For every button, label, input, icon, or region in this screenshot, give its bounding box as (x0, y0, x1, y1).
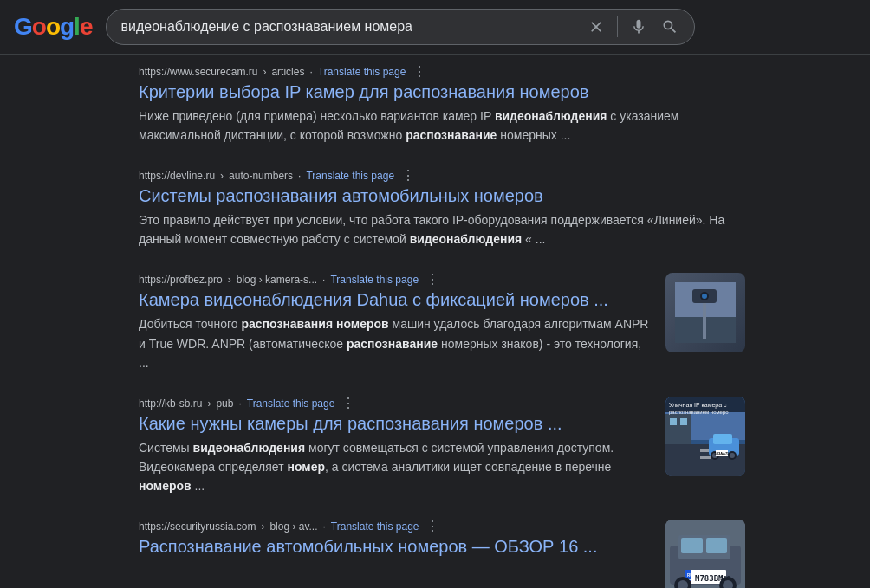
header: Google (0, 0, 870, 55)
result-desc-4: Системы видеонаблюдения могут совмещатьс… (139, 438, 652, 495)
separator-5: · (323, 520, 326, 533)
search-icon (661, 18, 678, 36)
close-icon (588, 18, 605, 36)
result-title-2[interactable]: Системы распознавания автомобильных номе… (139, 184, 745, 207)
translate-link-2[interactable]: Translate this page (306, 170, 394, 182)
result-image-4[interactable]: 533AA75 Уличная IP камера с распознавани… (665, 397, 745, 476)
result-url-line-2: https://devline.ru › auto-numbers · Tran… (139, 169, 745, 183)
result-url-5: https://securityrussia.com (139, 520, 256, 533)
separator-3: · (322, 274, 325, 286)
svg-rect-14 (700, 456, 711, 459)
dot-5: › (261, 520, 264, 533)
google-logo: Google (14, 13, 92, 41)
result-url-line-5: https://securityrussia.com › blog › av..… (139, 520, 652, 533)
result-desc-2: Это правило действует при условии, что р… (139, 210, 745, 249)
search-results: https://www.securecam.ru › articles · Tr… (0, 55, 745, 588)
result-item: https://securityrussia.com › blog › av..… (139, 520, 745, 588)
search-divider (617, 16, 618, 37)
result-url-2: https://devline.ru (139, 170, 215, 182)
translate-link-5[interactable]: Translate this page (331, 520, 419, 533)
dot-3: › (228, 274, 231, 286)
svg-rect-11 (680, 418, 687, 425)
svg-text:Уличная IP камера с: Уличная IP камера с (669, 402, 727, 409)
result-image-5[interactable]: RU 🇷🇺 М783ВМ 150 (665, 520, 745, 588)
dot-4: › (207, 397, 211, 410)
svg-rect-31 (706, 538, 727, 553)
dot-2: › (220, 170, 224, 182)
translate-link-1[interactable]: Translate this page (318, 66, 406, 78)
result-title-5[interactable]: Распознавание автомобильных номеров — ОБ… (139, 535, 652, 558)
result-breadcrumb-1: articles (271, 66, 304, 78)
result-text-1: https://www.securecam.ru › articles · Tr… (139, 65, 745, 145)
svg-text:533AA75: 533AA75 (715, 451, 730, 456)
clear-button[interactable] (586, 16, 607, 37)
search-bar-container (106, 9, 695, 45)
result-title-3[interactable]: Камера видеонаблюдения Dahua с фиксацией… (139, 288, 652, 311)
svg-text:RU: RU (687, 573, 693, 578)
translate-link-3[interactable]: Translate this page (330, 274, 419, 286)
result-text-5: https://securityrussia.com › blog › av..… (139, 520, 652, 588)
result-url-line-3: https://profbez.pro › blog › kamera-s...… (139, 273, 652, 287)
svg-rect-10 (670, 418, 677, 425)
search-input[interactable] (120, 19, 579, 35)
result-breadcrumb-2: auto-numbers (229, 170, 293, 182)
dot-1: › (263, 66, 266, 78)
result-url-4: http://kb-sb.ru (139, 397, 202, 410)
svg-point-6 (702, 294, 707, 299)
svg-point-20 (730, 453, 735, 458)
result-text-2: https://devline.ru › auto-numbers · Tran… (139, 169, 745, 249)
result-title-4[interactable]: Какие нужны камеры для распознавания ном… (139, 412, 652, 435)
result-image-3[interactable] (665, 273, 745, 352)
separator-4: · (238, 397, 241, 410)
more-options-button-3[interactable]: ⋮ (424, 273, 441, 287)
result-url-3: https://profbez.pro (139, 274, 223, 286)
result-item: https://www.securecam.ru › articles · Tr… (139, 65, 745, 145)
result-text-3: https://profbez.pro › blog › kamera-s...… (139, 273, 652, 372)
more-options-button-4[interactable]: ⋮ (340, 397, 357, 410)
result-url-line-1: https://www.securecam.ru › articles · Tr… (139, 65, 745, 79)
separator-2: · (298, 170, 301, 182)
result-breadcrumb-3: blog › kamera-s... (237, 274, 317, 286)
microphone-icon (630, 18, 647, 36)
search-icons (586, 16, 680, 37)
result-desc-3: Добиться точного распознавания номеров м… (139, 314, 652, 372)
result-url-1: https://www.securecam.ru (139, 66, 257, 78)
search-submit-button[interactable] (659, 16, 680, 37)
more-options-button-5[interactable]: ⋮ (424, 520, 441, 533)
result-item: https://profbez.pro › blog › kamera-s...… (139, 273, 745, 372)
result-item: http://kb-sb.ru › pub · Translate this p… (139, 397, 745, 495)
street-camera-thumbnail-icon: 533AA75 Уличная IP камера с распознавани… (665, 397, 745, 476)
result-text-4: http://kb-sb.ru › pub · Translate this p… (139, 397, 652, 495)
svg-rect-30 (681, 538, 703, 553)
svg-rect-16 (713, 434, 732, 444)
result-url-line-4: http://kb-sb.ru › pub · Translate this p… (139, 397, 652, 410)
separator-1: · (309, 66, 312, 78)
more-options-button-1[interactable]: ⋮ (411, 65, 428, 79)
translate-link-4[interactable]: Translate this page (247, 397, 335, 410)
voice-search-button[interactable] (628, 16, 649, 37)
result-desc-1: Ниже приведено (для примера) несколько в… (139, 107, 745, 145)
result-title-1[interactable]: Критерии выбора IP камер для распознаван… (139, 81, 745, 103)
camera-thumbnail-icon (675, 282, 736, 343)
result-item: https://devline.ru › auto-numbers · Tran… (139, 169, 745, 249)
more-options-button-2[interactable]: ⋮ (399, 169, 417, 183)
svg-text:распознаванием номеро: распознаванием номеро (669, 410, 729, 415)
plate-thumbnail-icon: RU 🇷🇺 М783ВМ 150 (665, 520, 745, 588)
result-breadcrumb-5: blog › av... (269, 520, 317, 533)
result-breadcrumb-4: pub (216, 397, 233, 410)
